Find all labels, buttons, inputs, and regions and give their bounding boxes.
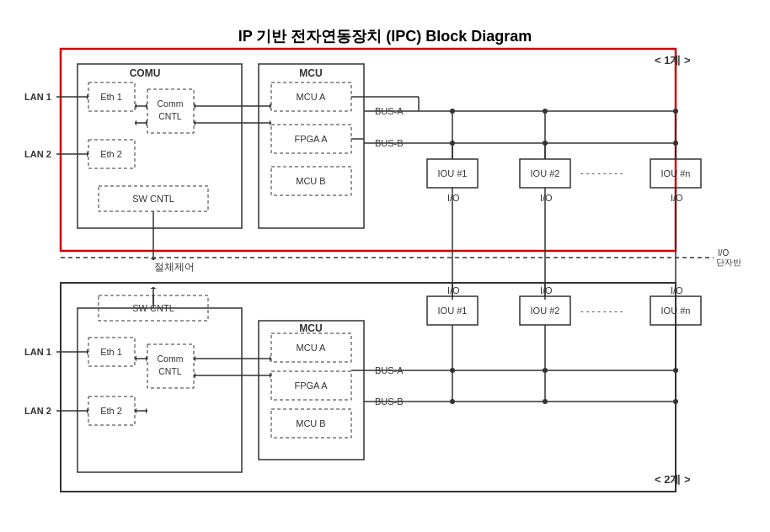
- svg-text:SW CNTL: SW CNTL: [132, 194, 174, 204]
- svg-point-41: [673, 109, 678, 114]
- svg-rect-25: [427, 159, 478, 188]
- svg-text:LAN 2: LAN 2: [24, 149, 51, 159]
- svg-text:Comm: Comm: [158, 354, 184, 364]
- svg-marker-73: [150, 258, 157, 260]
- svg-rect-106: [650, 296, 701, 325]
- svg-text:Eth 2: Eth 2: [100, 149, 122, 159]
- svg-text:MCU A: MCU A: [297, 92, 327, 102]
- diagram-container: IP 기반 전자연동장치 (IPC) Block Diagram < 1계 > …: [14, 22, 756, 510]
- svg-point-125: [543, 399, 548, 404]
- svg-point-39: [543, 141, 548, 146]
- svg-text:IOU #2: IOU #2: [531, 168, 560, 178]
- svg-rect-6: [88, 140, 135, 168]
- svg-rect-101: [427, 296, 478, 325]
- svg-point-119: [450, 368, 455, 373]
- svg-point-37: [543, 109, 548, 114]
- svg-marker-146: [270, 372, 271, 379]
- svg-rect-13: [259, 64, 364, 228]
- svg-text:Eth 1: Eth 1: [100, 347, 122, 357]
- svg-text:BUS-A: BUS-A: [375, 365, 404, 375]
- svg-rect-0: [61, 49, 676, 251]
- svg-point-43: [673, 141, 678, 146]
- svg-text:- - - - - - - -: - - - - - - - -: [580, 306, 623, 316]
- svg-rect-30: [650, 159, 701, 188]
- svg-rect-99: [271, 409, 351, 438]
- svg-point-123: [543, 368, 548, 373]
- svg-text:COMU: COMU: [130, 67, 161, 79]
- svg-text:LAN 2: LAN 2: [24, 406, 51, 416]
- svg-text:I/O: I/O: [718, 248, 730, 258]
- svg-marker-67: [194, 120, 195, 126]
- svg-text:I/O: I/O: [671, 193, 683, 203]
- svg-marker-52: [87, 93, 88, 100]
- svg-rect-94: [259, 321, 364, 460]
- svg-marker-147: [194, 372, 195, 379]
- svg-rect-2: [78, 64, 242, 228]
- svg-rect-91: [147, 344, 194, 388]
- svg-marker-132: [87, 348, 88, 355]
- svg-text:I/O: I/O: [540, 285, 553, 295]
- svg-rect-11: [99, 186, 208, 211]
- svg-rect-84: [99, 295, 208, 321]
- svg-text:LAN 1: LAN 1: [24, 347, 51, 357]
- svg-point-35: [450, 141, 455, 146]
- svg-marker-66: [270, 120, 271, 126]
- svg-rect-103: [520, 296, 570, 325]
- svg-marker-143: [270, 355, 271, 362]
- svg-point-33: [450, 109, 455, 114]
- svg-text:I/O: I/O: [447, 285, 460, 295]
- svg-text:< 1계 >: < 1계 >: [655, 54, 691, 66]
- svg-text:Eth 2: Eth 2: [100, 406, 122, 416]
- svg-rect-95: [271, 333, 351, 362]
- svg-marker-55: [87, 151, 88, 157]
- svg-marker-75: [150, 287, 157, 289]
- svg-rect-19: [271, 167, 351, 195]
- svg-text:< 2계 >: < 2계 >: [655, 473, 691, 486]
- svg-text:MCU: MCU: [299, 322, 322, 334]
- svg-marker-140: [146, 407, 147, 414]
- svg-rect-87: [88, 338, 135, 366]
- svg-text:IOU #1: IOU #1: [438, 168, 468, 178]
- svg-rect-97: [271, 371, 351, 400]
- svg-text:IOU #n: IOU #n: [661, 306, 691, 316]
- svg-rect-4: [88, 82, 135, 111]
- svg-rect-8: [147, 89, 194, 133]
- svg-marker-64: [194, 103, 195, 109]
- svg-text:MCU B: MCU B: [296, 418, 325, 428]
- svg-point-129: [673, 399, 678, 404]
- svg-marker-63: [270, 103, 271, 109]
- svg-marker-144: [194, 355, 195, 362]
- svg-text:MCU: MCU: [299, 67, 322, 79]
- svg-rect-89: [88, 396, 135, 425]
- svg-rect-86: [78, 308, 242, 472]
- svg-marker-57: [146, 103, 147, 109]
- svg-text:CNTL: CNTL: [158, 111, 182, 121]
- svg-rect-15: [271, 82, 351, 111]
- svg-marker-135: [87, 407, 88, 414]
- svg-text:FPGA A: FPGA A: [294, 134, 328, 144]
- svg-text:MCU A: MCU A: [297, 343, 327, 353]
- svg-text:MCU B: MCU B: [296, 176, 325, 186]
- svg-marker-60: [146, 120, 147, 126]
- svg-rect-17: [271, 125, 351, 153]
- svg-text:BUS-B: BUS-B: [375, 396, 404, 407]
- svg-rect-82: [61, 283, 676, 492]
- svg-text:Comm: Comm: [158, 98, 184, 109]
- svg-text:I/O: I/O: [671, 285, 683, 295]
- svg-text:- - - - - - - -: - - - - - - - -: [580, 168, 623, 178]
- svg-marker-138: [135, 355, 136, 362]
- svg-text:절체제어: 절체제어: [154, 261, 195, 273]
- svg-text:I/O: I/O: [540, 193, 553, 203]
- diagram-title: IP 기반 전자연동장치 (IPC) Block Diagram: [14, 26, 756, 46]
- svg-text:Eth 1: Eth 1: [100, 92, 122, 102]
- svg-text:IOU #2: IOU #2: [531, 306, 560, 316]
- svg-marker-61: [135, 120, 136, 126]
- svg-text:IOU #1: IOU #1: [438, 306, 468, 316]
- svg-rect-27: [520, 159, 570, 188]
- svg-point-121: [450, 399, 455, 404]
- svg-text:LAN 1: LAN 1: [24, 92, 51, 102]
- svg-text:FPGA A: FPGA A: [294, 380, 328, 391]
- svg-text:SW CNTL: SW CNTL: [132, 303, 174, 313]
- svg-text:BUS-A: BUS-A: [375, 106, 404, 116]
- svg-text:IOU #n: IOU #n: [661, 168, 691, 178]
